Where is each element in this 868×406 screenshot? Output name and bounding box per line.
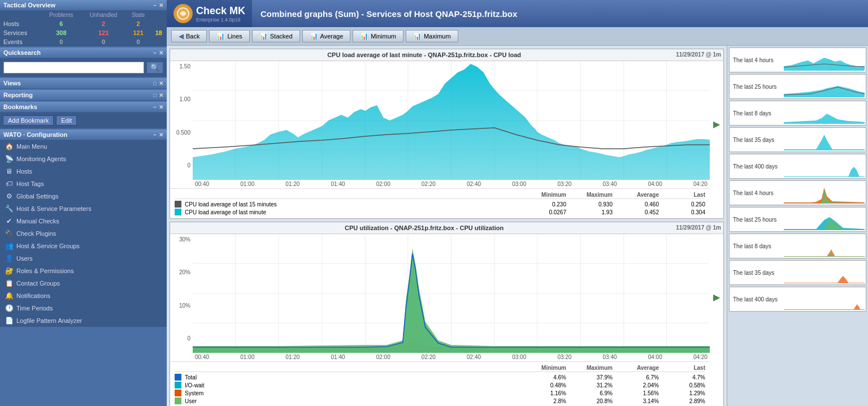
quicksearch-section: Quicksearch − ✕ local che 🔍 <box>0 47 167 77</box>
cpu-util-graph-header: 11/29/2017 @ 1m CPU utilization - QNAP-2… <box>170 222 723 234</box>
lines-button[interactable]: 📊 Lines <box>209 30 249 42</box>
expand-icon-2[interactable]: ▶ <box>712 291 721 304</box>
thumb-g2-25h-label: The last 25 hours <box>731 215 782 224</box>
nav-contact-groups[interactable]: 📋 Contact Groups <box>0 277 167 290</box>
check-plugins-icon: 🔌 <box>5 229 14 238</box>
services-problems[interactable]: 121 <box>81 28 126 37</box>
expand-icon-1[interactable]: ▶ <box>712 118 721 131</box>
search-button[interactable]: 🔍 <box>146 62 163 74</box>
collapse-quicksearch-btn[interactable]: − <box>153 50 157 56</box>
nav-notifications[interactable]: 🔔 Notifications <box>0 290 167 302</box>
nav-main-menu[interactable]: 🏠 Main Menu <box>0 140 167 153</box>
back-button[interactable]: ◀ Back <box>171 30 207 42</box>
nav-users[interactable]: 👤 Users <box>0 252 167 265</box>
nav-manual-checks[interactable]: ✔ Manual Checks <box>0 215 167 227</box>
cpu-util-graph: 11/29/2017 @ 1m CPU utilization - QNAP-2… <box>170 222 724 406</box>
legend-color-15min <box>175 201 181 208</box>
nav-logfile-analyzer[interactable]: 📄 Logfile Pattern Analyzer <box>0 314 167 327</box>
views-header[interactable]: Views □ ✕ <box>0 78 167 89</box>
average-button[interactable]: 📊 Average <box>302 30 351 42</box>
tactical-events-row[interactable]: Events 0 0 0 <box>0 37 167 46</box>
bookmarks-header[interactable]: Bookmarks − ✕ <box>0 102 167 113</box>
thumb-g1-8d[interactable]: The last 8 days <box>729 101 866 126</box>
thumb-g1-4h[interactable]: The last 4 hours <box>729 47 866 72</box>
hosts-unhandled[interactable]: 2 <box>126 19 151 28</box>
nav-host-service-groups[interactable]: 👥 Host & Service Groups <box>0 240 167 252</box>
minimum-button[interactable]: 📊 Minimum <box>353 30 403 42</box>
nav-host-tags[interactable]: 🏷 Host Tags <box>0 178 167 190</box>
thumb-g2-35d[interactable]: The last 35 days <box>729 260 866 285</box>
legend-label-total: Total <box>185 374 520 381</box>
thumb-g2-400d[interactable]: The last 400 days <box>729 287 866 312</box>
cpu-util-plot[interactable] <box>193 234 710 353</box>
close-reporting-btn[interactable]: ✕ <box>159 92 163 98</box>
legend-label-15min: CPU load average of last 15 minutes <box>185 201 520 208</box>
average-icon: 📊 <box>310 32 318 40</box>
nav-roles-permissions-label: Roles & Permissions <box>16 267 73 274</box>
collapse-tactical-btn[interactable]: − <box>153 2 157 8</box>
wato-title: WATO · Configuration <box>3 131 67 138</box>
cpu-util-expand[interactable]: ▶ <box>710 234 723 304</box>
events-problems[interactable]: 0 <box>81 37 126 46</box>
services-label: Services <box>0 28 41 37</box>
maximum-button[interactable]: 📊 Maximum <box>406 30 458 42</box>
expand-views-btn[interactable]: □ <box>153 80 157 87</box>
close-bookmarks-btn[interactable]: ✕ <box>159 104 163 110</box>
services-state[interactable]: 18 <box>151 28 167 37</box>
thumb-g2-8d[interactable]: The last 8 days <box>729 234 866 258</box>
services-normal[interactable]: 308 <box>41 28 81 37</box>
tactical-overview-header[interactable]: Tactical Overview − ✕ <box>0 0 167 11</box>
quicksearch-header[interactable]: Quicksearch − ✕ <box>0 47 167 58</box>
nav-time-periods[interactable]: 🕐 Time Periods <box>0 302 167 314</box>
cpu-util-xaxis: 00:40 01:00 01:20 01:40 02:00 02:20 02:4… <box>170 353 710 361</box>
cpu-util-graph-left: 30% 20% 10% 0 <box>170 234 710 406</box>
close-views-btn[interactable]: ✕ <box>159 80 163 87</box>
app-name-area: Check MK Enterprise 1.4.0p19 <box>196 5 245 23</box>
nav-hosts[interactable]: 🖥 Hosts <box>0 165 167 178</box>
events-normal[interactable]: 0 <box>41 37 81 46</box>
global-settings-icon: ⚙ <box>5 192 14 201</box>
nav-check-plugins-label: Check Plugins <box>16 230 56 237</box>
nav-host-service-params[interactable]: 🔧 Host & Service Parameters <box>0 202 167 215</box>
wato-header[interactable]: WATO · Configuration − ✕ <box>0 129 167 140</box>
cpu-load-xaxis: 00:40 01:00 01:20 01:40 02:00 02:20 02:4… <box>170 180 710 188</box>
legend-color-iowait <box>175 382 181 388</box>
cpu-util-yaxis: 30% 20% 10% 0 <box>170 234 193 353</box>
nav-check-plugins[interactable]: 🔌 Check Plugins <box>0 227 167 240</box>
reporting-header[interactable]: Reporting □ ✕ <box>0 90 167 101</box>
events-unhandled[interactable]: 0 <box>126 37 151 46</box>
expand-reporting-btn[interactable]: □ <box>153 92 157 98</box>
nav-roles-permissions[interactable]: 🔐 Roles & Permissions <box>0 265 167 277</box>
thumb-g1-35d-label: The last 35 days <box>731 136 782 144</box>
thumb-g1-25h[interactable]: The last 25 hours <box>729 74 866 99</box>
stacked-button[interactable]: 📊 Stacked <box>252 30 300 42</box>
search-input[interactable]: local che <box>3 62 144 74</box>
nav-global-settings[interactable]: ⚙ Global Settings <box>0 190 167 202</box>
thumb-g2-25h[interactable]: The last 25 hours <box>729 207 866 232</box>
collapse-bookmarks-btn[interactable]: − <box>153 104 157 110</box>
cpu-load-legend: Minimum Maximum Average Last CPU load av… <box>170 188 710 218</box>
cpu-load-plot[interactable] <box>193 61 710 180</box>
legend-cpu-15min: CPU load average of last 15 minutes 0.23… <box>175 200 705 208</box>
services-unhandled[interactable]: 121 <box>126 28 151 37</box>
contact-groups-icon: 📋 <box>5 279 14 288</box>
edit-bookmarks-button[interactable]: Edit <box>56 115 77 126</box>
tactical-hosts-row[interactable]: Hosts 6 2 2 <box>0 19 167 28</box>
thumb-g1-400d[interactable]: The last 400 days <box>729 154 866 179</box>
cpu-load-expand[interactable]: ▶ <box>710 61 723 131</box>
close-tactical-btn[interactable]: ✕ <box>159 2 163 8</box>
tactical-services-row[interactable]: Services 308 121 121 18 <box>0 28 167 37</box>
legend-color-1min <box>175 209 181 215</box>
quicksearch-title: Quicksearch <box>3 49 41 56</box>
add-bookmark-button[interactable]: Add Bookmark <box>3 115 54 126</box>
hosts-problems[interactable]: 2 <box>81 19 126 28</box>
collapse-wato-btn[interactable]: − <box>153 132 157 138</box>
nav-monitoring-agents[interactable]: 📡 Monitoring Agents <box>0 153 167 165</box>
thumb-g2-4h[interactable]: The last 4 hours <box>729 180 866 205</box>
thumb-g1-400d-label: The last 400 days <box>731 162 782 171</box>
cpu-load-title: CPU load average of last minute - QNAP-2… <box>327 51 521 58</box>
thumb-g1-35d[interactable]: The last 35 days <box>729 127 866 152</box>
hosts-normal[interactable]: 6 <box>41 19 81 28</box>
close-wato-btn[interactable]: ✕ <box>159 132 163 138</box>
close-quicksearch-btn[interactable]: ✕ <box>159 50 163 56</box>
